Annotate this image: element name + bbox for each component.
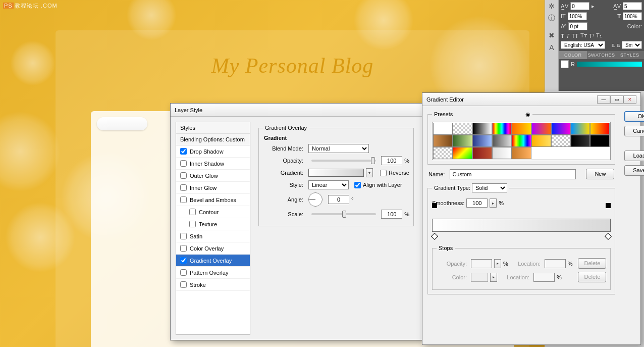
opacity-stop-right[interactable] xyxy=(606,203,611,208)
gradient-editor-dialog[interactable]: Gradient Editor — ▭ ✕ Presets ◉ Name:New… xyxy=(422,92,641,345)
angle-dial[interactable] xyxy=(308,192,323,207)
effect-item-outer-glow[interactable]: Outer Glow xyxy=(176,170,250,182)
styles-header[interactable]: Styles xyxy=(176,122,250,134)
color-stop-right[interactable] xyxy=(605,233,612,240)
preset-swatch[interactable] xyxy=(590,123,610,135)
effect-item-satin[interactable]: Satin xyxy=(176,230,250,242)
layer-style-dialog[interactable]: Layer Style Styles Blending Options: Cus… xyxy=(170,103,422,340)
effect-item-texture[interactable]: Texture xyxy=(176,218,250,230)
effect-item-contour[interactable]: Contour xyxy=(176,206,250,218)
cancel-button[interactable]: Cancel xyxy=(624,126,644,136)
preset-swatch[interactable] xyxy=(453,147,472,159)
preset-swatch[interactable] xyxy=(472,123,492,135)
character-panel[interactable]: A̲V▸A̲V ITT AªColor: T T TT Tᴛ T¹ T₁ Eng… xyxy=(559,0,644,91)
preset-swatch[interactable] xyxy=(531,135,551,147)
preset-swatch[interactable] xyxy=(453,123,472,135)
play-icon[interactable]: ▸ xyxy=(592,3,595,10)
preset-swatch[interactable] xyxy=(571,123,591,135)
layer-style-titlebar[interactable]: Layer Style xyxy=(171,104,422,117)
preset-swatch[interactable] xyxy=(551,123,571,135)
ok-button[interactable]: OK xyxy=(624,111,644,122)
new-button[interactable]: New xyxy=(586,169,614,179)
effect-checkbox[interactable] xyxy=(189,209,196,215)
scale-field[interactable] xyxy=(381,210,402,219)
effect-checkbox[interactable] xyxy=(180,281,187,288)
preset-swatch[interactable] xyxy=(590,135,610,147)
preset-swatch[interactable] xyxy=(512,135,531,147)
preset-swatch[interactable] xyxy=(492,147,512,159)
opacity-field[interactable] xyxy=(381,156,402,165)
preset-swatch[interactable] xyxy=(512,147,531,159)
angle-field[interactable] xyxy=(328,195,349,204)
effect-item-stroke[interactable]: Stroke xyxy=(176,279,250,291)
effect-item-pattern-overlay[interactable]: Pattern Overlay xyxy=(176,267,250,279)
effect-item-inner-glow[interactable]: Inner Glow xyxy=(176,182,250,194)
effect-checkbox[interactable] xyxy=(189,221,196,227)
language-select[interactable]: English: USA xyxy=(561,41,605,49)
fg-color-swatch[interactable] xyxy=(561,60,569,68)
effect-checkbox[interactable] xyxy=(180,184,187,191)
effect-item-inner-shadow[interactable]: Inner Shadow xyxy=(176,158,250,170)
load-button[interactable]: Load... xyxy=(624,151,644,161)
antialias-select[interactable]: Smoo xyxy=(622,41,642,49)
effect-checkbox[interactable] xyxy=(180,233,187,239)
gradient-bar[interactable] xyxy=(432,219,611,232)
gradient-picker-arrow[interactable]: ▾ xyxy=(366,168,373,177)
preset-swatch[interactable] xyxy=(472,147,492,159)
reverse-checkbox[interactable] xyxy=(380,170,387,176)
tab-color[interactable]: COLOR xyxy=(559,51,587,59)
blending-options-header[interactable]: Blending Options: Custom xyxy=(176,134,250,145)
tab-styles[interactable]: STYLES xyxy=(616,51,644,59)
kerning-field[interactable] xyxy=(570,2,589,10)
minimize-button[interactable]: — xyxy=(597,95,610,104)
maximize-button[interactable]: ▭ xyxy=(610,95,623,104)
preset-swatch[interactable] xyxy=(571,135,591,147)
color-stop-left[interactable] xyxy=(431,233,438,240)
smoothness-arrow[interactable]: ▸ xyxy=(490,199,497,208)
effect-item-drop-shadow[interactable]: Drop Shadow xyxy=(176,145,250,158)
effect-item-bevel-and-emboss[interactable]: Bevel and Emboss xyxy=(176,194,250,206)
type-icon[interactable]: A xyxy=(545,41,558,54)
hscale-field[interactable] xyxy=(568,12,587,20)
info-icon[interactable]: ⓘ xyxy=(545,12,558,24)
effect-checkbox[interactable] xyxy=(180,257,187,264)
effect-checkbox[interactable] xyxy=(180,269,187,276)
gradient-editor-titlebar[interactable]: Gradient Editor — ▭ ✕ xyxy=(422,93,640,106)
preset-swatch[interactable] xyxy=(453,135,472,147)
effects-list[interactable]: Styles Blending Options: Custom Drop Sha… xyxy=(176,122,250,335)
effect-checkbox[interactable] xyxy=(180,172,187,179)
preset-swatch[interactable] xyxy=(512,123,531,135)
tools-collapse-icon[interactable]: ✖ xyxy=(545,29,558,41)
presets-grid[interactable] xyxy=(432,122,611,160)
opacity-slider[interactable] xyxy=(311,160,376,162)
wheel-icon[interactable]: ✲ xyxy=(545,0,558,12)
preset-swatch[interactable] xyxy=(531,123,551,135)
blend-mode-select[interactable]: Normal xyxy=(308,144,369,153)
presets-menu-icon[interactable]: ◉ xyxy=(525,111,530,117)
preset-swatch[interactable] xyxy=(433,123,453,135)
effect-checkbox[interactable] xyxy=(180,196,187,203)
effect-checkbox[interactable] xyxy=(180,160,187,167)
effect-item-color-overlay[interactable]: Color Overlay xyxy=(176,242,250,255)
preset-swatch[interactable] xyxy=(492,123,512,135)
effect-checkbox[interactable] xyxy=(180,148,187,155)
color-panel-tabs[interactable]: COLOR SWATCHES STYLES xyxy=(559,51,644,59)
gradient-style-select[interactable]: Linear xyxy=(308,180,349,189)
tracking-field[interactable] xyxy=(623,2,642,10)
align-checkbox[interactable] xyxy=(354,182,361,188)
close-button[interactable]: ✕ xyxy=(623,95,636,104)
preset-swatch[interactable] xyxy=(433,135,453,147)
opacity-stop-left[interactable] xyxy=(432,203,437,208)
baseline-field[interactable] xyxy=(568,22,587,30)
preset-swatch[interactable] xyxy=(551,135,571,147)
preset-swatch[interactable] xyxy=(492,135,512,147)
gradient-preview[interactable] xyxy=(308,169,364,177)
effect-item-gradient-overlay[interactable]: Gradient Overlay xyxy=(176,255,250,267)
collapsed-panel-strip[interactable]: ✲ ⓘ ✖ A xyxy=(545,0,559,91)
preset-swatch[interactable] xyxy=(433,147,453,159)
r-slider[interactable] xyxy=(577,62,642,67)
smoothness-field[interactable] xyxy=(466,199,488,208)
gradient-name-field[interactable] xyxy=(450,169,576,179)
preset-swatch[interactable] xyxy=(472,135,492,147)
tab-swatches[interactable]: SWATCHES xyxy=(587,51,615,59)
